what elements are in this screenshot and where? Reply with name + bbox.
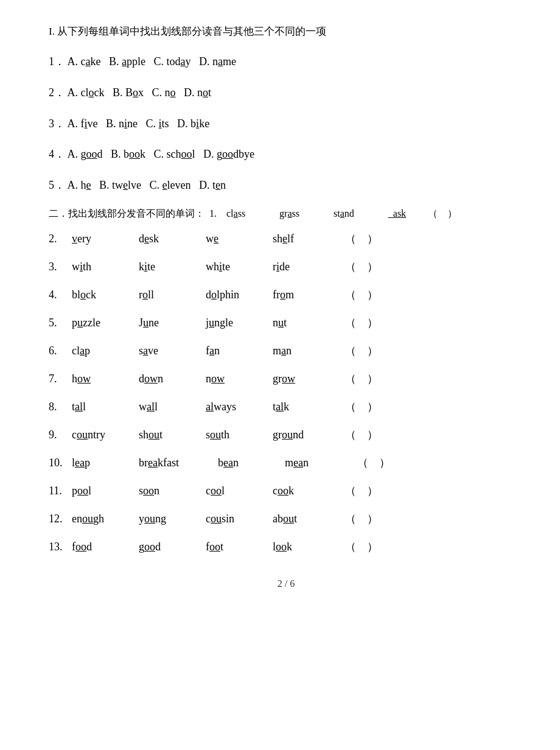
q1-d: D. name xyxy=(199,55,236,68)
part2-row-12: 12. enough young cousin about （ ） xyxy=(49,511,523,526)
word-we: we xyxy=(206,233,273,245)
word-roll: roll xyxy=(139,289,206,301)
row12-paren: （ ） xyxy=(340,511,378,526)
q5-num: 5． xyxy=(49,179,65,191)
q3-a: A. five xyxy=(68,117,98,130)
word-about: about xyxy=(273,513,340,525)
q2-a: A. clock xyxy=(68,86,105,99)
row2-num: 2. xyxy=(49,233,72,245)
q4-num: 4． xyxy=(49,148,65,160)
word-bean: bean xyxy=(218,457,285,469)
word-down: down xyxy=(139,373,206,385)
row4-paren: （ ） xyxy=(340,287,378,302)
word-foot: foot xyxy=(206,541,273,553)
word-from: from xyxy=(273,289,340,301)
q4-c: C. school xyxy=(154,148,195,160)
q1-b: B. apple xyxy=(109,55,145,68)
word-fan: fan xyxy=(206,345,273,357)
word-grass: grass xyxy=(279,208,299,219)
row8-paren: （ ） xyxy=(340,399,378,414)
q5-d: D. ten xyxy=(199,179,226,191)
part2-row-5: 5. puzzle June jungle nut （ ） xyxy=(49,315,523,330)
word-cool: cool xyxy=(206,485,273,497)
word-mean: mean xyxy=(285,457,352,469)
row6-num: 6. xyxy=(49,345,72,357)
row7-num: 7. xyxy=(49,373,72,385)
part2-section: 二．找出划线部分发音不同的单词： 1. class grass stand _a… xyxy=(49,208,523,554)
q1-c: C. today xyxy=(154,55,191,68)
word-jungle: jungle xyxy=(206,317,273,329)
q2-num: 2． xyxy=(49,86,65,99)
row4-num: 4. xyxy=(49,289,72,301)
word-desk: desk xyxy=(139,233,206,245)
part2-row-6: 6. clap save fan man （ ） xyxy=(49,343,523,358)
row11-num: 11. xyxy=(49,485,72,497)
q2-b: B. Box xyxy=(113,86,144,99)
word-block: block xyxy=(72,289,139,301)
word-good: good xyxy=(139,541,206,553)
row13-num: 13. xyxy=(49,541,72,553)
q5-c: C. eleven xyxy=(150,179,191,191)
q4-b: B. book xyxy=(111,148,145,160)
word-leap: leap xyxy=(72,457,139,469)
row9-paren: （ ） xyxy=(340,427,378,442)
word-kite: kite xyxy=(139,261,206,273)
page-number: 2 / 6 xyxy=(49,578,523,589)
part2-row-2: 2. very desk we shelf （ ） xyxy=(49,231,523,246)
row10-num: 10. xyxy=(49,457,72,469)
word-very: very xyxy=(72,233,139,245)
word-cook: cook xyxy=(273,485,340,497)
q2-c: C. no xyxy=(152,86,176,99)
word-dolphin: dolphin xyxy=(206,289,273,301)
row10-paren: （ ） xyxy=(352,455,390,470)
word-tall: tall xyxy=(72,401,139,413)
word-wall: wall xyxy=(139,401,206,413)
row2-paren: （ ） xyxy=(340,231,378,246)
word-clap: clap xyxy=(72,345,139,357)
word-white: white xyxy=(206,261,273,273)
word-food: food xyxy=(72,541,139,553)
question-4: 4． A. good B. book C. school D. goodbye xyxy=(49,145,523,163)
row7-paren: （ ） xyxy=(340,371,378,386)
word-puzzle: puzzle xyxy=(72,317,139,329)
q4-a: A. good xyxy=(68,148,103,160)
word-ground: ground xyxy=(273,429,340,441)
row9-num: 9. xyxy=(49,429,72,441)
word-stand: stand xyxy=(334,208,354,219)
part2-row-4: 4. block roll dolphin from （ ） xyxy=(49,287,523,302)
word-june: June xyxy=(139,317,206,329)
part2-row1-paren: （ ） xyxy=(418,208,457,220)
row12-num: 12. xyxy=(49,513,72,525)
part2-row-9: 9. country shout south ground （ ） xyxy=(49,427,523,442)
word-country: country xyxy=(72,429,139,441)
part2-row-11: 11. pool soon cool cook （ ） xyxy=(49,483,523,498)
question-1: 1． A. cake B. apple C. today D. name xyxy=(49,53,523,71)
part2-cn-title: 二．找出划线部分发音不同的单词： 1. xyxy=(49,208,222,220)
word-man: man xyxy=(273,345,340,357)
question-3: 3． A. five B. nine C. its D. bike xyxy=(49,115,523,133)
question-2: 2． A. clock B. Box C. no D. not xyxy=(49,84,523,102)
word-now: now xyxy=(206,373,273,385)
word-cousin: cousin xyxy=(206,513,273,525)
word-shout: shout xyxy=(139,429,206,441)
word-look: look xyxy=(273,541,340,553)
word-how: how xyxy=(72,373,139,385)
q3-c: C. its xyxy=(146,117,169,130)
word-soon: soon xyxy=(139,485,206,497)
q4-d: D. goodbye xyxy=(203,148,254,160)
part1-title: I. 从下列每组单词中找出划线部分读音与其他三个不同的一项 xyxy=(49,24,523,38)
q1-a: A. cake xyxy=(68,55,101,68)
row11-paren: （ ） xyxy=(340,483,378,498)
word-pool: pool xyxy=(72,485,139,497)
part2-row-13: 13. food good foot look （ ） xyxy=(49,539,523,554)
part2-row-7: 7. how down now grow （ ） xyxy=(49,371,523,386)
part2-row-10: 10. leap breakfast bean mean （ ） xyxy=(49,455,523,470)
q1-num: 1． xyxy=(49,55,65,68)
word-ride: ride xyxy=(273,261,340,273)
word-talk: talk xyxy=(273,401,340,413)
row5-num: 5. xyxy=(49,317,72,329)
q3-num: 3． xyxy=(49,117,65,130)
word-enough: enough xyxy=(72,513,139,525)
q5-b: B. twelve xyxy=(99,179,141,191)
row3-num: 3. xyxy=(49,261,72,273)
